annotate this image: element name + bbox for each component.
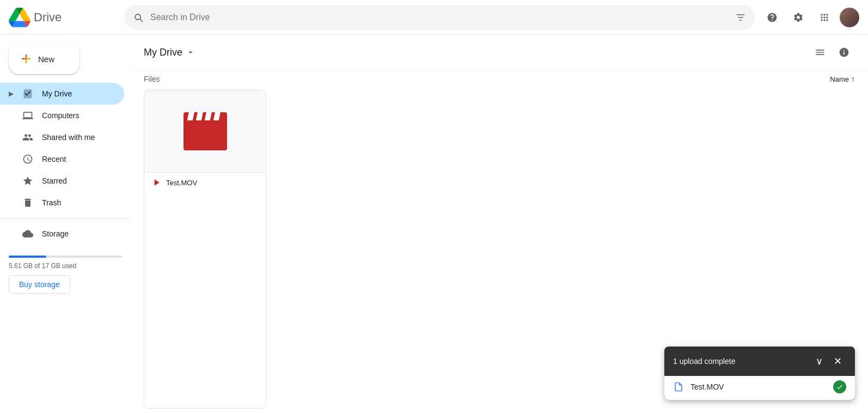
sidebar-item-computers[interactable]: ▶ Computers — [0, 105, 124, 126]
search-input[interactable] — [150, 13, 729, 22]
toast-file-item: Test.MOV — [664, 376, 855, 400]
storage-label: Storage — [42, 229, 69, 238]
expand-icon: ▶ — [9, 90, 14, 98]
topbar-actions — [761, 7, 859, 28]
page-title: My Drive — [144, 47, 182, 58]
avatar[interactable] — [840, 8, 859, 27]
sidebar: New ▶ My Drive ▶ Computers — [0, 35, 131, 413]
topbar: Drive — [0, 0, 868, 35]
settings-button[interactable] — [787, 7, 809, 28]
file-card-test-mov[interactable]: Test.MOV — [144, 90, 266, 409]
shared-icon — [22, 132, 35, 143]
sidebar-divider — [0, 218, 131, 218]
sidebar-item-my-drive[interactable]: ▶ My Drive — [0, 83, 124, 105]
file-info: Test.MOV — [144, 172, 266, 192]
new-button-label: New — [38, 54, 54, 64]
toast-file-name: Test.MOV — [690, 382, 827, 391]
plus-icon — [20, 52, 33, 65]
toast-header: 1 upload complete ∨ ✕ — [664, 347, 855, 376]
upload-toast: 1 upload complete ∨ ✕ Test.MOV — [664, 347, 855, 400]
toast-collapse-button[interactable]: ∨ — [811, 353, 827, 369]
sort-button[interactable]: Name ↑ — [830, 75, 855, 83]
computers-icon — [22, 110, 35, 121]
storage-section: 5.61 GB of 17 GB used Buy storage — [0, 245, 131, 300]
my-drive-icon — [22, 88, 35, 99]
info-button[interactable] — [833, 41, 855, 63]
toast-success-icon — [833, 380, 846, 393]
sidebar-item-storage[interactable]: ▶ Storage — [0, 223, 124, 245]
content-header-actions — [809, 41, 855, 63]
recent-label: Recent — [42, 155, 66, 163]
trash-icon — [22, 197, 35, 208]
buy-storage-button[interactable]: Buy storage — [9, 275, 70, 294]
chevron-down-icon[interactable] — [186, 47, 195, 57]
computers-label: Computers — [42, 111, 79, 120]
drive-logo-icon — [9, 7, 30, 28]
recent-icon — [22, 154, 35, 165]
app-name: Drive — [34, 10, 62, 25]
filter-icon[interactable] — [735, 12, 746, 23]
logo-area: Drive — [9, 7, 118, 28]
toast-title: 1 upload complete — [673, 357, 811, 366]
search-icon — [133, 12, 144, 23]
storage-used-text: 5.61 GB of 17 GB used — [9, 262, 122, 270]
storage-bar — [9, 256, 122, 258]
apps-button[interactable] — [814, 7, 835, 28]
toast-file-type-icon — [673, 381, 684, 392]
storage-bar-fill — [9, 256, 46, 258]
sidebar-item-recent[interactable]: ▶ Recent — [0, 148, 124, 170]
storage-icon — [22, 228, 35, 239]
shared-label: Shared with me — [42, 133, 95, 142]
starred-label: Starred — [42, 177, 67, 185]
sidebar-item-trash[interactable]: ▶ Trash — [0, 192, 124, 214]
video-file-thumbnail — [184, 112, 227, 150]
files-section-label: Files — [144, 75, 160, 83]
starred-icon — [22, 175, 35, 186]
toast-close-button[interactable]: ✕ — [829, 353, 846, 369]
file-name: Test.MOV — [166, 179, 259, 187]
toast-actions: ∨ ✕ — [811, 353, 846, 369]
sort-label-text: Name — [830, 75, 849, 83]
file-preview — [144, 90, 266, 172]
sidebar-item-starred[interactable]: ▶ Starred — [0, 170, 124, 192]
new-button[interactable]: New — [9, 44, 80, 74]
content-header: My Drive — [131, 35, 868, 70]
drive-title-area: My Drive — [144, 47, 195, 58]
sidebar-item-shared[interactable]: ▶ Shared with me — [0, 126, 124, 148]
help-button[interactable] — [761, 7, 783, 28]
my-drive-label: My Drive — [42, 89, 72, 98]
video-file-icon — [151, 177, 162, 188]
search-bar[interactable] — [124, 5, 755, 30]
sort-arrow: ↑ — [851, 75, 855, 83]
list-view-button[interactable] — [809, 41, 831, 63]
trash-label: Trash — [42, 198, 61, 207]
